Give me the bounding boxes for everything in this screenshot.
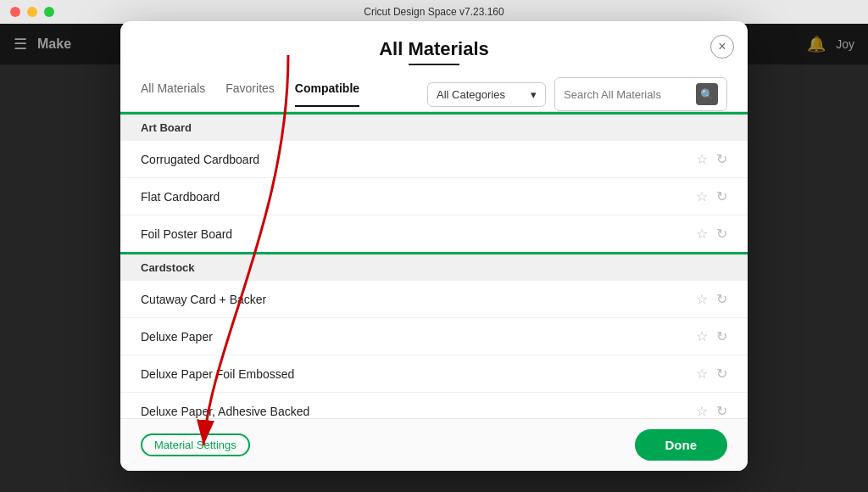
material-name: Corrugated Cardboard bbox=[141, 153, 259, 166]
modal-title-underline bbox=[409, 64, 459, 65]
star-icon[interactable]: ☆ bbox=[696, 226, 708, 242]
refresh-icon[interactable]: ↻ bbox=[716, 328, 727, 344]
material-name: Cutaway Card + Backer bbox=[141, 293, 266, 306]
search-box: 🔍 bbox=[554, 77, 727, 111]
material-actions: ☆ ↻ bbox=[696, 151, 727, 167]
modal-body: Art Board Corrugated Cardboard ☆ ↻ Flat … bbox=[120, 112, 748, 418]
material-actions: ☆ ↻ bbox=[696, 291, 727, 307]
star-icon[interactable]: ☆ bbox=[696, 151, 708, 167]
search-input[interactable] bbox=[564, 88, 691, 101]
material-actions: ☆ ↻ bbox=[696, 226, 727, 242]
material-actions: ☆ ↻ bbox=[696, 403, 727, 418]
tab-compatible[interactable]: Compatible bbox=[295, 81, 359, 107]
tab-favorites[interactable]: Favorites bbox=[225, 81, 275, 107]
category-dropdown[interactable]: All Categories ▾ bbox=[427, 82, 546, 107]
material-actions: ☆ ↻ bbox=[696, 366, 727, 382]
modal-title: All Materials bbox=[141, 38, 727, 60]
chevron-down-icon: ▾ bbox=[531, 88, 537, 101]
minimize-traffic-light[interactable] bbox=[27, 7, 37, 17]
material-name: Foil Poster Board bbox=[141, 227, 232, 241]
material-name: Deluxe Paper Foil Embossed bbox=[141, 367, 294, 381]
modal-footer: Material Settings Done bbox=[120, 418, 748, 471]
close-traffic-light[interactable] bbox=[10, 7, 20, 17]
material-settings-link[interactable]: Material Settings bbox=[141, 433, 250, 456]
category-header-art-board: Art Board bbox=[120, 112, 748, 141]
material-item: Cutaway Card + Backer ☆ ↻ bbox=[120, 281, 748, 318]
material-name: Deluxe Paper bbox=[141, 330, 213, 344]
category-header-cardstock: Cardstock bbox=[120, 252, 748, 281]
window-title: Cricut Design Space v7.23.160 bbox=[364, 6, 504, 18]
material-actions: ☆ ↻ bbox=[696, 188, 727, 204]
star-icon[interactable]: ☆ bbox=[696, 403, 708, 418]
category-cardstock: Cardstock Cutaway Card + Backer ☆ ↻ Delu… bbox=[120, 252, 748, 418]
search-button[interactable]: 🔍 bbox=[696, 83, 718, 105]
refresh-icon[interactable]: ↻ bbox=[716, 151, 727, 167]
material-name: Deluxe Paper, Adhesive Backed bbox=[141, 405, 309, 418]
refresh-icon[interactable]: ↻ bbox=[716, 188, 727, 204]
refresh-icon[interactable]: ↻ bbox=[716, 366, 727, 382]
category-select-label: All Categories bbox=[437, 88, 505, 101]
star-icon[interactable]: ☆ bbox=[696, 291, 708, 307]
material-item: Deluxe Paper Foil Embossed ☆ ↻ bbox=[120, 355, 748, 393]
modal-header: All Materials × bbox=[120, 21, 748, 65]
material-item: Corrugated Cardboard ☆ ↻ bbox=[120, 141, 748, 178]
refresh-icon[interactable]: ↻ bbox=[716, 403, 727, 418]
material-item: Flat Cardboard ☆ ↻ bbox=[120, 178, 748, 215]
done-button[interactable]: Done bbox=[635, 429, 728, 461]
refresh-icon[interactable]: ↻ bbox=[716, 291, 727, 307]
star-icon[interactable]: ☆ bbox=[696, 188, 708, 204]
close-button[interactable]: × bbox=[710, 35, 734, 59]
refresh-icon[interactable]: ↻ bbox=[716, 226, 727, 242]
tabs-row: All Materials Favorites Compatible All C… bbox=[120, 65, 748, 112]
traffic-lights bbox=[10, 7, 54, 17]
material-item: Foil Poster Board ☆ ↻ bbox=[120, 215, 748, 252]
tab-all-materials[interactable]: All Materials bbox=[141, 81, 205, 107]
material-item: Deluxe Paper ☆ ↻ bbox=[120, 318, 748, 355]
all-materials-modal: All Materials × All Materials Favorites … bbox=[120, 21, 748, 471]
material-item: Deluxe Paper, Adhesive Backed ☆ ↻ bbox=[120, 393, 748, 418]
material-name: Flat Cardboard bbox=[141, 190, 220, 204]
maximize-traffic-light[interactable] bbox=[44, 7, 54, 17]
star-icon[interactable]: ☆ bbox=[696, 366, 708, 382]
title-bar: Cricut Design Space v7.23.160 bbox=[0, 0, 868, 24]
search-icon: 🔍 bbox=[700, 88, 714, 101]
material-actions: ☆ ↻ bbox=[696, 328, 727, 344]
star-icon[interactable]: ☆ bbox=[696, 328, 708, 344]
category-art-board: Art Board Corrugated Cardboard ☆ ↻ Flat … bbox=[120, 112, 748, 252]
